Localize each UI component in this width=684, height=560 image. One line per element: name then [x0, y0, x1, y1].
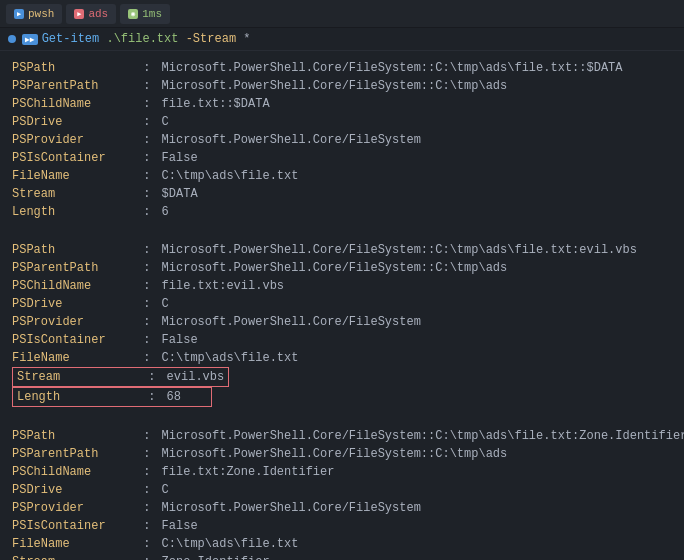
prop-name: PSProvider: [12, 313, 132, 331]
prop-value: C:\tmp\ads\file.txt: [162, 535, 299, 553]
prop-value: Microsoft.PowerShell.Core/FileSystem: [162, 313, 421, 331]
1ms-icon: ◉: [128, 9, 138, 19]
prop-colon: :: [136, 445, 158, 463]
table-row: PSChildName : file.txt::$DATA: [12, 95, 672, 113]
prop-value: Microsoft.PowerShell.Core/FileSystem::C:…: [162, 77, 508, 95]
prop-colon: :: [136, 113, 158, 131]
output-block-2: PSPath : Microsoft.PowerShell.Core/FileS…: [12, 241, 672, 407]
prop-value: Microsoft.PowerShell.Core/FileSystem::C:…: [162, 241, 637, 259]
tab-pwsh-label: pwsh: [28, 8, 54, 20]
table-row: PSIsContainer : False: [12, 517, 672, 535]
prop-name: PSIsContainer: [12, 517, 132, 535]
prop-name: PSParentPath: [12, 445, 132, 463]
cmd-keyword: Get-item: [42, 32, 100, 46]
prop-name: PSPath: [12, 427, 132, 445]
prop-value: C: [162, 113, 169, 131]
prop-value: False: [162, 517, 198, 535]
table-row: PSPath : Microsoft.PowerShell.Core/FileS…: [12, 59, 672, 77]
prop-name: FileName: [12, 535, 132, 553]
table-row: FileName : C:\tmp\ads\file.txt: [12, 349, 672, 367]
table-row: PSProvider : Microsoft.PowerShell.Core/F…: [12, 499, 672, 517]
prompt-dot: [8, 35, 16, 43]
prop-colon: :: [136, 553, 158, 560]
prop-value: $DATA: [162, 185, 198, 203]
table-row: PSProvider : Microsoft.PowerShell.Core/F…: [12, 131, 672, 149]
prop-name: PSProvider: [12, 131, 132, 149]
prop-value: evil.vbs: [167, 370, 225, 384]
table-row: FileName : C:\tmp\ads\file.txt: [12, 535, 672, 553]
prop-colon: :: [141, 390, 163, 404]
prop-value: False: [162, 149, 198, 167]
prop-value: file.txt:Zone.Identifier: [162, 463, 335, 481]
prop-name: PSParentPath: [12, 77, 132, 95]
cmd-value: *: [243, 32, 250, 46]
table-row: PSIsContainer : False: [12, 149, 672, 167]
table-row: PSParentPath : Microsoft.PowerShell.Core…: [12, 259, 672, 277]
prop-name: Stream: [12, 553, 132, 560]
prop-name: PSChildName: [12, 463, 132, 481]
pwsh-icon: ▶: [14, 9, 24, 19]
prop-name: PSChildName: [12, 95, 132, 113]
prop-colon: :: [136, 241, 158, 259]
output-block-1: PSPath : Microsoft.PowerShell.Core/FileS…: [12, 59, 672, 221]
prop-value: Microsoft.PowerShell.Core/FileSystem: [162, 499, 421, 517]
table-row: PSDrive : C: [12, 113, 672, 131]
prop-name: PSDrive: [12, 481, 132, 499]
prop-colon: :: [136, 131, 158, 149]
terminal-window: ▶ pwsh ▶ ads ◉ 1ms ▶▶ Get-item .\file.tx…: [0, 0, 684, 560]
prop-value: C: [162, 295, 169, 313]
prop-value: Microsoft.PowerShell.Core/FileSystem::C:…: [162, 59, 623, 77]
table-row: Length : 68: [12, 387, 672, 407]
prop-value: Microsoft.PowerShell.Core/FileSystem::C:…: [162, 445, 508, 463]
prop-name: PSIsContainer: [12, 331, 132, 349]
prop-colon: :: [136, 149, 158, 167]
prop-colon: :: [136, 295, 158, 313]
tab-ads-label: ads: [88, 8, 108, 20]
prop-name: PSPath: [12, 241, 132, 259]
table-row: Length : 6: [12, 203, 672, 221]
prop-colon: :: [136, 277, 158, 295]
prop-name: Stream: [12, 185, 132, 203]
prop-name: Length: [17, 388, 137, 406]
prop-value: 6: [162, 203, 169, 221]
prop-value: Zone.Identifier: [162, 553, 270, 560]
table-row: PSDrive : C: [12, 481, 672, 499]
output-block-3: PSPath : Microsoft.PowerShell.Core/FileS…: [12, 427, 672, 560]
prop-name: PSChildName: [12, 277, 132, 295]
prop-colon: :: [136, 481, 158, 499]
table-row: PSProvider : Microsoft.PowerShell.Core/F…: [12, 313, 672, 331]
prop-value: Microsoft.PowerShell.Core/FileSystem::C:…: [162, 427, 684, 445]
table-row: Stream : Zone.Identifier: [12, 553, 672, 560]
tab-ads[interactable]: ▶ ads: [66, 4, 116, 24]
prop-colon: :: [136, 499, 158, 517]
table-row: PSPath : Microsoft.PowerShell.Core/FileS…: [12, 241, 672, 259]
cmd-box-icon: ▶▶: [22, 34, 38, 45]
prop-value: file.txt::$DATA: [162, 95, 270, 113]
prop-value: Microsoft.PowerShell.Core/FileSystem::C:…: [162, 259, 508, 277]
tab-pwsh[interactable]: ▶ pwsh: [6, 4, 62, 24]
prop-colon: :: [136, 185, 158, 203]
tab-1ms[interactable]: ◉ 1ms: [120, 4, 170, 24]
prop-colon: :: [136, 517, 158, 535]
prop-colon: :: [136, 95, 158, 113]
prop-value: 68: [167, 390, 181, 404]
prop-colon: :: [136, 259, 158, 277]
prop-value: Microsoft.PowerShell.Core/FileSystem: [162, 131, 421, 149]
table-row: Stream : $DATA: [12, 185, 672, 203]
prop-colon: :: [136, 203, 158, 221]
prop-name: FileName: [12, 349, 132, 367]
prop-name: PSProvider: [12, 499, 132, 517]
prop-colon: :: [136, 463, 158, 481]
prop-value: C:\tmp\ads\file.txt: [162, 167, 299, 185]
table-row: Stream : evil.vbs: [12, 367, 672, 387]
prop-colon: :: [136, 331, 158, 349]
output-area[interactable]: PSPath : Microsoft.PowerShell.Core/FileS…: [0, 51, 684, 560]
prop-colon: :: [136, 349, 158, 367]
command-text: Get-item .\file.txt -Stream *: [42, 32, 251, 46]
prop-value: C:\tmp\ads\file.txt: [162, 349, 299, 367]
tab-bar: ▶ pwsh ▶ ads ◉ 1ms: [0, 0, 684, 28]
ads-icon: ▶: [74, 9, 84, 19]
prop-value: C: [162, 481, 169, 499]
prop-name: Length: [12, 203, 132, 221]
table-row: PSChildName : file.txt:Zone.Identifier: [12, 463, 672, 481]
